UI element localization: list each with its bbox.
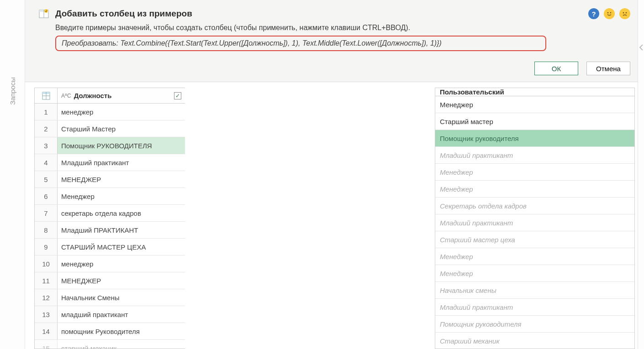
table-row[interactable]: 15старший механик <box>35 340 185 349</box>
table-row[interactable]: 9СТАРШИЙ МАСТЕР ЦЕХА <box>35 239 185 255</box>
row-number: 1 <box>35 104 58 120</box>
cell-value: менеджер <box>58 104 185 120</box>
custom-cell[interactable]: Младший практикант <box>435 214 634 231</box>
custom-cell[interactable]: Старший мастер цеха <box>435 231 634 248</box>
row-number: 5 <box>35 171 58 188</box>
svg-point-6 <box>623 12 624 14</box>
custom-cell[interactable]: Менеджер <box>435 181 634 198</box>
row-number: 13 <box>35 306 58 323</box>
panel-subtitle: Введите примеры значений, чтобы создать … <box>55 24 630 32</box>
svg-point-5 <box>610 12 612 14</box>
row-number: 4 <box>35 154 58 171</box>
custom-cell[interactable]: Старший механик <box>435 333 634 349</box>
table-row[interactable]: 14помощник Руководителя <box>35 323 185 340</box>
row-number: 6 <box>35 188 58 204</box>
table-row[interactable]: 12Начальник Смены <box>35 289 185 306</box>
cell-value: МЕНЕДЖЕР <box>58 272 185 289</box>
table-row[interactable]: 11МЕНЕДЖЕР <box>35 272 185 289</box>
cell-value: младший практикант <box>58 306 185 323</box>
svg-point-4 <box>607 12 609 14</box>
feedback-smile-icon[interactable] <box>604 8 615 19</box>
cell-value: Помощник РУКОВОДИТЕЛЯ <box>58 137 185 154</box>
row-number: 11 <box>35 272 58 289</box>
svg-point-7 <box>626 12 627 14</box>
expand-right-chevron-icon[interactable] <box>638 44 644 53</box>
table-row[interactable]: 2Старший Мастер <box>35 120 185 137</box>
cell-value: МЕНЕДЖЕР <box>58 171 185 188</box>
custom-cell[interactable]: Менеджер <box>435 265 634 282</box>
custom-cell[interactable]: Помощник руководителя <box>435 316 634 333</box>
cell-value: секретарь отдела кадров <box>58 205 185 221</box>
table-row[interactable]: 3Помощник РУКОВОДИТЕЛЯ <box>35 137 185 154</box>
custom-cell[interactable]: Секретарь отдела кадров <box>435 198 634 214</box>
table-row[interactable]: 13младший практикант <box>35 306 185 323</box>
cell-value: Менеджер <box>58 188 185 204</box>
column-header[interactable]: AᴮC Должность ✓ <box>58 88 185 103</box>
cell-value: СТАРШИЙ МАСТЕР ЦЕХА <box>58 239 185 255</box>
content-area: AᴮC Должность ✓ 1менеджер2Старший Мастер… <box>25 82 644 349</box>
row-number: 12 <box>35 289 58 306</box>
custom-cell[interactable]: Помощник руководителя <box>435 130 634 147</box>
cell-value: старший механик <box>58 340 185 349</box>
table-row[interactable]: 8Младший ПРАКТИКАНТ <box>35 222 185 239</box>
row-number: 15 <box>35 340 58 349</box>
ok-button[interactable]: ОК <box>534 62 578 75</box>
custom-column: Пользовательский МенеджерСтарший мастерП… <box>435 88 635 349</box>
cancel-button[interactable]: Отмена <box>586 62 630 75</box>
row-number: 3 <box>35 137 58 154</box>
cell-value: помощник Руководителя <box>58 323 185 339</box>
table-row[interactable]: 1менеджер <box>35 104 185 120</box>
text-type-icon: AᴮC <box>61 93 71 99</box>
custom-cell[interactable]: Младший практикант <box>435 299 634 316</box>
custom-cell[interactable]: Менеджер <box>435 248 634 265</box>
row-number-header[interactable] <box>35 88 58 103</box>
cell-value: Начальник Смены <box>58 289 185 306</box>
row-number: 8 <box>35 222 58 238</box>
formula-preview: Преобразовать: Text.Combine({Text.Start(… <box>55 36 546 51</box>
custom-cell[interactable]: Младший практикант <box>435 147 634 164</box>
help-icon[interactable]: ? <box>588 8 599 19</box>
column-name: Должность <box>74 92 112 99</box>
feedback-frown-icon[interactable] <box>619 8 630 19</box>
table-row[interactable]: 10менеджер <box>35 255 185 272</box>
table-row[interactable]: 6Менеджер <box>35 188 185 205</box>
right-panel-collapsed <box>638 0 644 349</box>
custom-cell[interactable]: Менеджер <box>435 164 634 181</box>
add-column-panel: Добавить столбец из примеров ? Введите п… <box>25 0 644 82</box>
table-row[interactable]: 7секретарь отдела кадров <box>35 205 185 222</box>
row-number: 14 <box>35 323 58 339</box>
cell-value: Младший ПРАКТИКАНТ <box>58 222 185 238</box>
panel-title: Добавить столбец из примеров <box>55 9 192 19</box>
queries-sidebar: Запросы <box>0 0 25 349</box>
custom-cell[interactable]: Начальник смены <box>435 282 634 299</box>
source-table: AᴮC Должность ✓ 1менеджер2Старший Мастер… <box>34 88 185 349</box>
queries-label: Запросы <box>9 77 16 105</box>
table-row[interactable]: 4Младший практикант <box>35 154 185 171</box>
add-column-icon <box>39 9 49 19</box>
custom-cell[interactable]: Менеджер <box>435 96 634 113</box>
row-number: 7 <box>35 205 58 221</box>
custom-cell[interactable]: Старший мастер <box>435 113 634 130</box>
custom-column-header[interactable]: Пользовательский <box>435 88 634 96</box>
table-row[interactable]: 5МЕНЕДЖЕР <box>35 171 185 188</box>
cell-value: Младший практикант <box>58 154 185 171</box>
row-number: 10 <box>35 255 58 272</box>
row-number: 2 <box>35 120 58 137</box>
row-number: 9 <box>35 239 58 255</box>
column-filter-checkbox[interactable]: ✓ <box>174 92 181 99</box>
cell-value: Старший Мастер <box>58 120 185 137</box>
cell-value: менеджер <box>58 255 185 272</box>
